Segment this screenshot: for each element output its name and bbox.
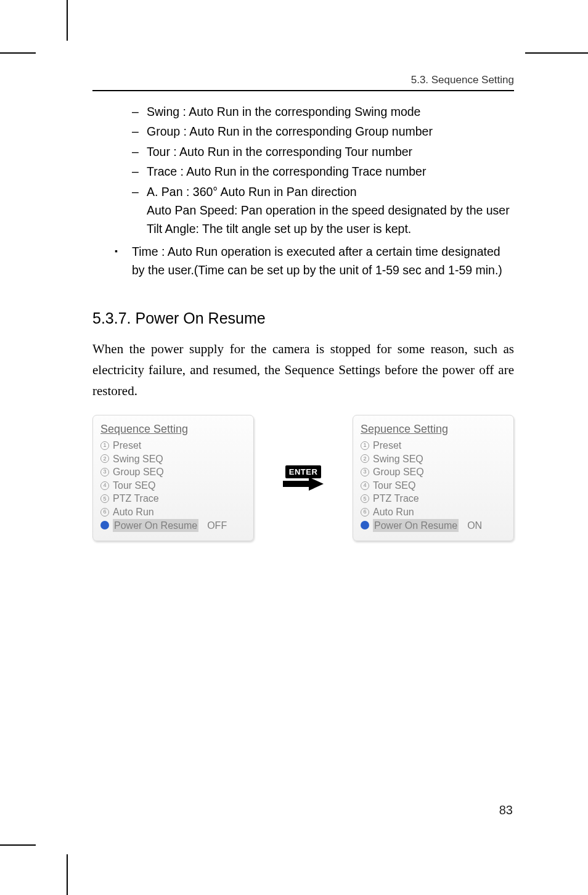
content-area: 5.3. Sequence Setting Swing : Auto Run i… — [92, 74, 514, 541]
page-number: 83 — [499, 803, 513, 817]
circled-number-icon: 6 — [361, 508, 369, 517]
circled-number-icon: 4 — [361, 481, 369, 490]
apan-line2: Auto Pan Speed: Pan operation in the spe… — [147, 201, 514, 219]
circled-number-icon: 3 — [361, 468, 369, 476]
circled-number-icon: 2 — [100, 454, 109, 463]
panel-item-label: Tour SEQ — [373, 479, 415, 492]
panel-item-label: Preset — [373, 439, 401, 452]
panel-item-label: Group SEQ — [113, 465, 164, 479]
panel-right-item: 2Swing SEQ — [361, 452, 506, 466]
circled-number-icon: 3 — [100, 468, 109, 476]
panel-power-label: Power On Resume — [113, 519, 198, 533]
panel-right-item: 6Auto Run — [361, 505, 506, 519]
panel-left-item: 6Auto Run — [100, 505, 246, 519]
crop-mark — [67, 0, 68, 41]
panel-item-label: Preset — [113, 439, 141, 452]
panel-right-title: Sepuence Setting — [361, 422, 448, 436]
panel-right-item: 5PTZ Trace — [361, 492, 506, 505]
panel-left-item: 3Group SEQ — [100, 465, 246, 479]
circled-number-icon: 1 — [100, 441, 109, 450]
arrow-right-icon — [283, 477, 324, 491]
panel-right: Sepuence Setting 1Preset 2Swing SEQ 3Gro… — [353, 415, 514, 541]
svg-marker-0 — [283, 477, 324, 491]
circled-number-icon: 2 — [361, 454, 369, 463]
bullet-icon: 7 — [100, 521, 109, 529]
panel-right-item: 4Tour SEQ — [361, 479, 506, 492]
circled-number-icon: 5 — [100, 494, 109, 503]
panel-item-label: Tour SEQ — [113, 479, 155, 492]
panel-left-power-item: 7 Power On Resume OFF — [100, 519, 246, 533]
circled-number-icon: 6 — [100, 508, 109, 517]
enter-badge: ENTER — [285, 465, 322, 478]
list-item-apan: A. Pan : 360° Auto Run in Pan direction … — [132, 182, 514, 239]
circled-number-icon: 4 — [100, 481, 109, 490]
crop-mark — [0, 844, 36, 846]
panel-left: Sequence Setting 1Preset 2Swing SEQ 3Gro… — [92, 415, 254, 541]
bullet-icon: 7 — [361, 521, 369, 529]
running-header: 5.3. Sequence Setting — [92, 74, 514, 91]
panel-left-item: 5PTZ Trace — [100, 492, 246, 505]
apan-line1: A. Pan : 360° Auto Run in Pan direction — [147, 182, 514, 201]
circled-number-icon: 1 — [361, 441, 369, 450]
dash-list: Swing : Auto Run in the corresponding Sw… — [132, 102, 514, 239]
panel-power-value: ON — [467, 519, 482, 533]
enter-arrow: ENTER — [283, 465, 324, 491]
list-item-group: Group : Auto Run in the corresponding Gr… — [132, 122, 514, 141]
panel-left-item: 4Tour SEQ — [100, 479, 246, 492]
page: 5.3. Sequence Setting Swing : Auto Run i… — [0, 0, 588, 895]
panel-right-item: 3Group SEQ — [361, 465, 506, 479]
panel-item-label: Auto Run — [373, 505, 414, 519]
panel-left-item: 2Swing SEQ — [100, 452, 246, 466]
list-item-swing: Swing : Auto Run in the corresponding Sw… — [132, 102, 514, 121]
list-item-trace: Trace : Auto Run in the corresponding Tr… — [132, 162, 514, 181]
panel-power-label: Power On Resume — [373, 519, 459, 533]
panel-left-title: Sequence Setting — [100, 422, 188, 436]
panel-right-item: 1Preset — [361, 439, 506, 452]
panel-item-label: Group SEQ — [373, 465, 424, 479]
crop-mark — [525, 52, 588, 54]
apan-line3: Tilt Angle: The tilt angle set up by the… — [147, 219, 514, 238]
panel-power-value: OFF — [207, 519, 227, 533]
panel-right-power-item: 7 Power On Resume ON — [361, 519, 506, 533]
list-item-tour: Tour : Auto Run in the corresponding Tou… — [132, 142, 514, 161]
panel-item-label: PTZ Trace — [373, 492, 419, 505]
panel-item-label: Swing SEQ — [113, 452, 163, 466]
crop-mark — [67, 854, 68, 895]
body-paragraph: When the power supply for the camera is … — [92, 338, 514, 401]
square-list: Time : Auto Run operation is executed af… — [115, 242, 514, 280]
section-heading: 5.3.7. Power On Resume — [92, 309, 514, 327]
list-item-time: Time : Auto Run operation is executed af… — [115, 242, 514, 280]
panel-item-label: Auto Run — [113, 505, 154, 519]
panel-left-item: 1Preset — [100, 439, 246, 452]
crop-mark — [0, 52, 36, 54]
circled-number-icon: 5 — [361, 494, 369, 503]
panels-row: Sequence Setting 1Preset 2Swing SEQ 3Gro… — [92, 415, 514, 541]
panel-item-label: PTZ Trace — [113, 492, 159, 505]
panel-item-label: Swing SEQ — [373, 452, 423, 466]
